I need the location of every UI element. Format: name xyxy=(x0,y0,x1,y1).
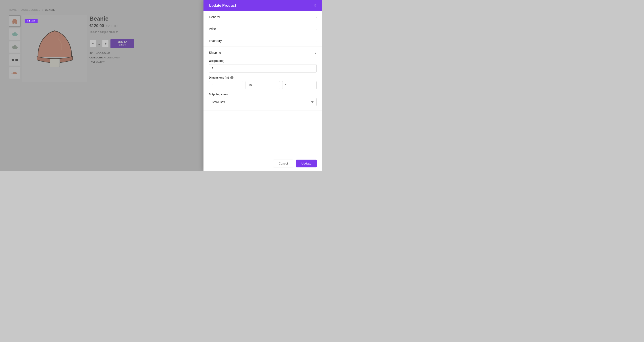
chevron-right-icon: › xyxy=(316,16,317,19)
accordion-shipping: Shipping ∨ Weight (lbs) Dimensions (in) … xyxy=(204,47,322,111)
accordion-shipping-header[interactable]: Shipping ∨ xyxy=(204,47,322,58)
shipping-class-select[interactable]: Small Box Medium Box Large Box Free Ship… xyxy=(209,98,317,106)
accordion-price-header[interactable]: Price › xyxy=(204,23,322,35)
accordion-inventory-header[interactable]: Inventory › xyxy=(204,35,322,47)
chevron-down-icon: ∨ xyxy=(314,51,317,54)
dimensions-label: Dimensions (in) i xyxy=(209,76,317,79)
shipping-class-label: Shipping class xyxy=(209,93,317,96)
close-icon[interactable]: ✕ xyxy=(313,4,317,8)
dimensions-inputs xyxy=(209,81,317,89)
dimension-height-input[interactable] xyxy=(282,81,317,89)
accordion-general-label: General xyxy=(209,15,220,19)
shipping-fields: Weight (lbs) Dimensions (in) i Shipping … xyxy=(204,58,322,111)
weight-input[interactable] xyxy=(209,64,317,73)
accordion-price-label: Price xyxy=(209,27,216,31)
drawer-footer: Cancel Update xyxy=(204,156,322,171)
accordion-general: General › xyxy=(204,11,322,23)
dimension-width-input[interactable] xyxy=(246,81,280,89)
weight-label: Weight (lbs) xyxy=(209,59,317,63)
update-product-drawer: Update Product ✕ General › Price › Inven… xyxy=(204,0,322,171)
sale-badge: SALE! xyxy=(24,19,38,23)
chevron-right-icon-2: › xyxy=(316,27,317,31)
accordion-inventory-label: Inventory xyxy=(209,39,222,43)
drawer-header: Update Product ✕ xyxy=(204,0,322,11)
accordion-general-header[interactable]: General › xyxy=(204,11,322,23)
drawer-title: Update Product xyxy=(209,4,236,8)
info-icon: i xyxy=(230,76,234,79)
cancel-button[interactable]: Cancel xyxy=(273,160,293,167)
accordion-inventory: Inventory › xyxy=(204,35,322,47)
update-button[interactable]: Update xyxy=(296,160,317,167)
chevron-right-icon-3: › xyxy=(316,39,317,43)
accordion-shipping-label: Shipping xyxy=(209,51,221,54)
accordion-price: Price › xyxy=(204,23,322,35)
dimension-length-input[interactable] xyxy=(209,81,243,89)
